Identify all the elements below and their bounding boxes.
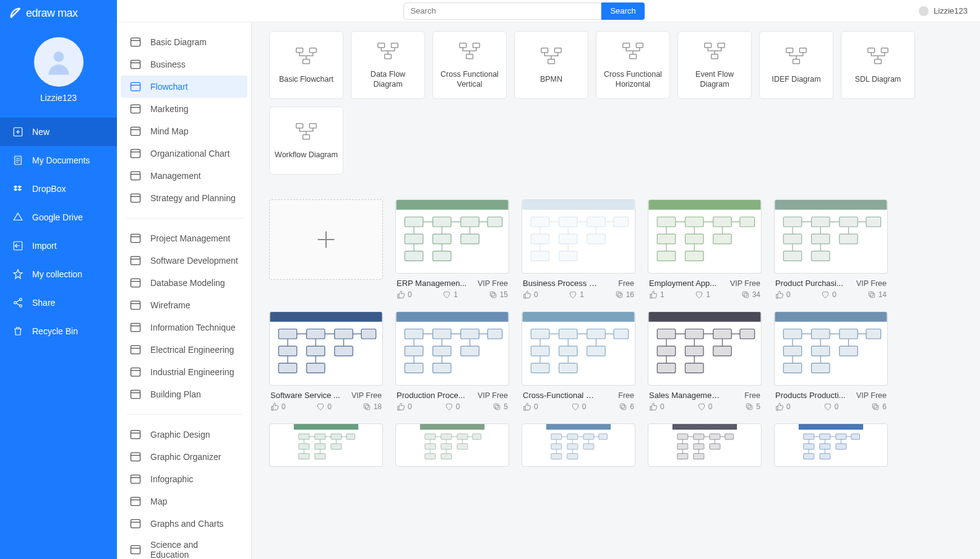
nav-item-mydocs[interactable]: My Documents: [0, 146, 117, 175]
svg-rect-82: [686, 217, 704, 227]
tile-workflow-diagram[interactable]: Workflow Diagram: [269, 106, 343, 175]
tile-cross-functional-horizontal[interactable]: Cross Functional Horizontal: [596, 31, 670, 99]
copies-stat[interactable]: 5: [492, 402, 508, 411]
svg-rect-9: [131, 82, 140, 90]
likes-stat[interactable]: 0: [523, 290, 538, 299]
template-card[interactable]: [774, 423, 888, 467]
category-industrial-engineering[interactable]: Industrial Engineering: [121, 361, 247, 383]
favorites-stat[interactable]: 1: [569, 290, 584, 299]
nav-item-recycle[interactable]: Recycle Bin: [0, 317, 117, 345]
favorites-stat[interactable]: 0: [823, 402, 839, 411]
favorites-stat[interactable]: 0: [445, 402, 460, 411]
svg-rect-151: [747, 404, 751, 408]
app-logo: edraw max: [0, 0, 117, 26]
nav-item-gdrive[interactable]: Google Drive: [0, 203, 117, 232]
category-infographic[interactable]: Infographic: [121, 468, 247, 490]
category-label: Science and Education: [150, 540, 239, 559]
svg-rect-175: [425, 434, 436, 440]
copies-stat[interactable]: 34: [741, 290, 760, 299]
favorites-stat[interactable]: 1: [695, 290, 710, 299]
favorites-stat[interactable]: 0: [697, 402, 713, 411]
template-badge: VIP Free: [856, 391, 887, 400]
nav-item-collection[interactable]: My collection: [0, 260, 117, 288]
nav-item-new[interactable]: New: [0, 118, 117, 146]
template-card[interactable]: [522, 423, 635, 467]
category-wireframe[interactable]: Wireframe: [121, 294, 247, 316]
category-science-and-education[interactable]: Science and Education: [121, 535, 247, 559]
svg-rect-136: [531, 363, 549, 373]
category-basic-diagram[interactable]: Basic Diagram: [121, 31, 247, 53]
category-label: Project Management: [150, 233, 230, 243]
category-map[interactable]: Map: [121, 490, 247, 513]
template-card[interactable]: [395, 423, 509, 467]
template-card[interactable]: Sales Management C...Free005: [648, 311, 762, 411]
tile-label: Event Flow Diagram: [683, 69, 746, 90]
template-card[interactable]: Software Service ...VIP Free0018: [269, 311, 383, 411]
likes-stat[interactable]: 0: [775, 402, 791, 411]
nav-item-dropbox[interactable]: DropBox: [0, 175, 117, 203]
tile-idef-diagram[interactable]: IDEF Diagram: [759, 31, 833, 99]
category-electrical-engineering[interactable]: Electrical Engineering: [121, 339, 247, 361]
copies-stat[interactable]: 6: [619, 402, 634, 411]
likes-stat[interactable]: 0: [397, 402, 412, 411]
copies-stat[interactable]: 18: [363, 402, 382, 411]
likes-stat[interactable]: 0: [775, 290, 791, 299]
search-input[interactable]: [403, 2, 601, 20]
copies-stat[interactable]: 14: [867, 290, 887, 299]
tile-sdl-diagram[interactable]: SDL Diagram: [841, 31, 915, 99]
new-template-button[interactable]: [269, 199, 383, 280]
category-flowchart[interactable]: Flowchart: [121, 76, 247, 98]
category-information-technique[interactable]: Information Technique: [121, 316, 247, 339]
favorites-stat[interactable]: 0: [571, 402, 587, 411]
svg-rect-72: [614, 217, 629, 227]
category-strategy-and-planning[interactable]: Strategy and Planning: [121, 187, 247, 209]
copies-stat[interactable]: 16: [615, 290, 634, 299]
likes-stat[interactable]: 0: [270, 402, 286, 411]
template-card[interactable]: Cross-Functional Flo...Free006: [522, 311, 635, 411]
favorites-stat[interactable]: 0: [316, 402, 332, 411]
template-card[interactable]: Employment App...VIP Free1134: [648, 199, 762, 299]
copies-stat[interactable]: 15: [489, 290, 508, 299]
category-organizational-chart[interactable]: Organizational Chart: [121, 142, 247, 165]
template-card[interactable]: Production Proce...VIP Free005: [395, 311, 509, 411]
copies-stat[interactable]: 5: [745, 402, 760, 411]
tile-bpmn[interactable]: BPMN: [514, 31, 588, 99]
svg-rect-28: [131, 545, 140, 553]
tile-cross-functional-vertical[interactable]: Cross Functional Vertical: [432, 31, 507, 99]
template-card[interactable]: [648, 423, 762, 467]
nav-label: Google Drive: [32, 212, 83, 222]
favorites-stat[interactable]: 0: [821, 290, 836, 299]
likes-stat[interactable]: 1: [649, 290, 664, 299]
category-graphic-design[interactable]: Graphic Design: [121, 423, 247, 446]
template-card[interactable]: Business Process Mo...Free0116: [522, 199, 635, 299]
svg-rect-66: [491, 293, 496, 298]
likes-stat[interactable]: 0: [523, 402, 538, 411]
svg-rect-198: [725, 434, 734, 440]
nav-item-import[interactable]: Import: [0, 232, 117, 260]
template-card[interactable]: ERP Managemen...VIP Free0115: [395, 199, 509, 299]
template-card[interactable]: Products Producti...VIP Free006: [774, 311, 888, 411]
tile-event-flow-diagram[interactable]: Event Flow Diagram: [677, 31, 752, 99]
nav-item-share[interactable]: Share: [0, 288, 117, 317]
category-marketing[interactable]: Marketing: [121, 98, 247, 120]
category-building-plan[interactable]: Building Plan: [121, 383, 247, 405]
category-database-modeling[interactable]: Database Modeling: [121, 272, 247, 294]
template-card[interactable]: Product Purchasi...VIP Free0014: [774, 199, 888, 299]
category-software-development[interactable]: Software Development: [121, 249, 247, 272]
category-project-management[interactable]: Project Management: [121, 227, 247, 249]
category-graphs-and-charts[interactable]: Graphs and Charts: [121, 513, 247, 535]
tile-data-flow-diagram[interactable]: Data Flow Diagram: [351, 31, 425, 99]
copies-stat[interactable]: 6: [871, 402, 887, 411]
search-button[interactable]: Search: [601, 2, 644, 20]
user-info[interactable]: Lizzie123: [919, 6, 968, 16]
likes-stat[interactable]: 0: [649, 402, 664, 411]
category-mind-map[interactable]: Mind Map: [121, 120, 247, 142]
category-graphic-organizer[interactable]: Graphic Organizer: [121, 446, 247, 468]
avatar[interactable]: [34, 37, 84, 87]
favorites-stat[interactable]: 1: [442, 290, 458, 299]
category-management[interactable]: Management: [121, 165, 247, 187]
category-business[interactable]: Business: [121, 53, 247, 76]
likes-stat[interactable]: 0: [397, 290, 412, 299]
tile-basic-flowchart[interactable]: Basic Flowchart: [269, 31, 343, 99]
template-card[interactable]: [269, 423, 383, 467]
